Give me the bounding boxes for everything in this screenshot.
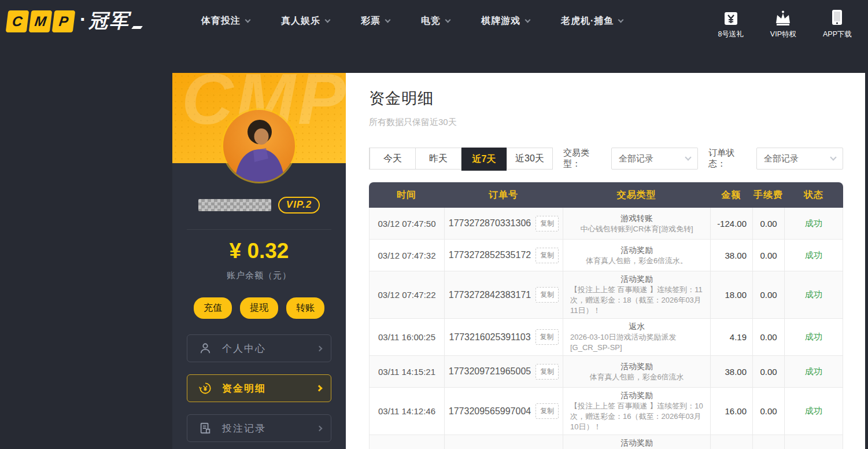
copy-button[interactable]: 复制 — [535, 248, 559, 263]
status-badge: 成功 — [785, 319, 843, 355]
phone-download-icon — [832, 9, 843, 25]
table-body: 03/12 07:47:50 1773272870331306 复制 游戏转账 … — [369, 208, 843, 449]
copy-button[interactable]: 复制 — [535, 364, 559, 380]
cell-type: 活动奖励 【投注上上签 百事顺遂 】连续签到：10次，赠送彩金：16（截至：20… — [563, 388, 711, 435]
order-number: 1773209565997004 — [449, 406, 531, 417]
transaction-type-title: 游戏转账 — [620, 213, 653, 224]
cell-order: 1773209565997004 复制 — [445, 388, 563, 435]
nav-item[interactable]: 棋牌游戏 — [481, 15, 530, 27]
cell-fee: 0.00 — [753, 388, 785, 435]
select-value: 全部记录 — [619, 153, 653, 164]
order-number: 1773216025391103 — [449, 332, 530, 343]
table-row: 03/12 07:47:22 1773272842383171 复制 活动奖励 … — [369, 271, 843, 319]
logo-letter-box: M — [29, 10, 53, 32]
copy-button[interactable]: 复制 — [535, 403, 559, 419]
chevron-down-icon — [618, 17, 624, 23]
sidebar-item-bet-records[interactable]: 投注记录 — [187, 414, 331, 442]
vip-link[interactable]: VIP特权 — [770, 9, 796, 39]
column-header-order-no: 订单号 — [444, 182, 563, 208]
cell-fee: 0.00 — [753, 240, 785, 271]
table-row: 03/12 07:47:32 1773272852535172 复制 活动奖励 … — [369, 240, 843, 271]
page-subtitle: 所有数据只保留近30天 — [369, 117, 865, 128]
logo-letter-box: C — [6, 10, 29, 32]
date-tab[interactable]: 昨天 — [415, 148, 461, 169]
select-value: 全部记录 — [764, 153, 799, 164]
wallet-action-button[interactable]: 充值 — [194, 297, 232, 319]
transaction-type-desc: 体育真人包赔，彩金6倍流水。 — [586, 256, 688, 266]
top-bar: C M P · 冠军 体育投注 真人娱乐 彩票 电竞 — [0, 0, 868, 58]
table-row: 03/11 14:12:46 1773209565997004 复制 活动奖励 … — [369, 388, 843, 435]
cell-order: 1773272852535172 复制 — [445, 240, 563, 271]
cell-time: 03/11 14:11:28 — [370, 435, 445, 449]
cell-fee: 0.00 — [753, 356, 785, 387]
logo-letter-box: P — [52, 10, 76, 32]
sidebar-item-personal-center[interactable]: 个人中心 — [187, 334, 331, 362]
chevron-down-icon — [525, 17, 531, 23]
sidebar-menu: 个人中心 资金明细 投注记录 — [187, 334, 331, 449]
nav-item-label: 棋牌游戏 — [481, 15, 520, 27]
wallet-action-button[interactable]: 提现 — [240, 297, 278, 319]
crown-icon — [774, 9, 792, 25]
date-tab[interactable]: 近30天 — [507, 148, 552, 169]
cell-order: 1773272842383171 复制 — [445, 271, 563, 318]
cell-time: 03/11 14:12:46 — [370, 388, 445, 435]
chevron-down-icon — [830, 154, 836, 160]
transaction-type-title: 返水 — [629, 321, 645, 332]
chevron-right-icon — [317, 345, 323, 351]
copy-button[interactable]: 复制 — [535, 216, 559, 231]
transaction-type-select[interactable]: 全部记录 — [611, 148, 698, 170]
nav-item[interactable]: 电竞 — [421, 15, 450, 27]
column-header-fee: 手续费 — [752, 182, 784, 208]
copy-button[interactable]: 复制 — [535, 287, 559, 303]
sidebar-item-label: 个人中心 — [222, 342, 266, 355]
transaction-type-title: 活动奖励 — [620, 361, 653, 372]
logo-dot: · — [80, 8, 86, 31]
transaction-type-title: 活动奖励 — [620, 437, 653, 448]
transaction-type-desc: 体育真人包赔，彩金6倍流水 — [589, 372, 684, 382]
chevron-down-icon — [685, 154, 691, 160]
divider — [187, 229, 331, 230]
chevron-right-icon — [316, 385, 322, 391]
cell-amount: 16.00 — [711, 388, 753, 435]
sidebar-item-funds-detail[interactable]: 资金明细 — [187, 374, 331, 402]
cell-type: 活动奖励 体育真人包赔，彩金6倍流水 — [563, 356, 711, 387]
cell-order: 1773216025391103 复制 — [445, 319, 563, 355]
transaction-type-title: 活动奖励 — [620, 390, 653, 401]
column-header-time: 时间 — [369, 182, 444, 208]
nav-item[interactable]: 彩票 — [361, 15, 390, 27]
date-tab[interactable]: 近7天 — [461, 148, 507, 171]
cell-type: 返水 2026-03-10日游戏活动奖励派发[G_CR_SP-SP] — [563, 319, 711, 355]
sidebar-item-label: 投注记录 — [222, 422, 266, 435]
filter-row: 今天 昨天 近7天 近30天 交易类型： 全部记录 订单状态： 全部记录 — [369, 148, 843, 170]
table-row: 03/11 14:15:21 1773209721965005 复制 活动奖励 … — [369, 356, 843, 388]
order-number: 1773272870331306 — [449, 218, 531, 229]
copy-button[interactable]: 复制 — [535, 329, 559, 345]
cell-fee: 0.00 — [753, 271, 785, 318]
nav-item[interactable]: 老虎机·捕鱼 — [561, 15, 623, 27]
wallet-action-button[interactable]: 转账 — [286, 297, 324, 319]
top-action-label: APP下载 — [823, 30, 852, 39]
logo-name: 冠军 — [88, 8, 130, 34]
column-header-type: 交易类型 — [563, 182, 710, 208]
username-redacted — [198, 199, 271, 211]
nav-item-label: 真人娱乐 — [281, 15, 320, 27]
nav-item-label: 彩票 — [361, 15, 381, 27]
gift-link[interactable]: 8号送礼 — [718, 9, 743, 39]
user-icon — [199, 342, 212, 355]
nav-item[interactable]: 体育投注 — [201, 15, 250, 27]
transaction-type-desc: 中心钱包转账到CR体育[游戏免转] — [581, 224, 693, 234]
funds-detail-panel: 资金明细 所有数据只保留近30天 今天 昨天 近7天 近30天 交易类型： 全部… — [346, 73, 865, 449]
order-number: 1773272842383171 — [449, 290, 531, 300]
cell-time: 03/11 14:15:21 — [370, 356, 445, 387]
gift-yen-icon — [724, 9, 738, 25]
order-number: 1773272852535172 — [449, 250, 531, 260]
brand-logo[interactable]: C M P · 冠军 — [7, 8, 142, 34]
order-status-select[interactable]: 全部记录 — [756, 148, 843, 170]
table-header: 时间 订单号 交易类型 金额 手续费 状态 — [369, 182, 843, 208]
status-badge: 成功 — [785, 435, 843, 449]
nav-item[interactable]: 真人娱乐 — [281, 15, 330, 27]
app-download-link[interactable]: APP下载 — [823, 9, 852, 39]
account-balance: ¥ 0.32 — [172, 239, 346, 263]
order-status-label: 订单状态： — [708, 148, 751, 170]
date-tab[interactable]: 今天 — [370, 148, 415, 169]
